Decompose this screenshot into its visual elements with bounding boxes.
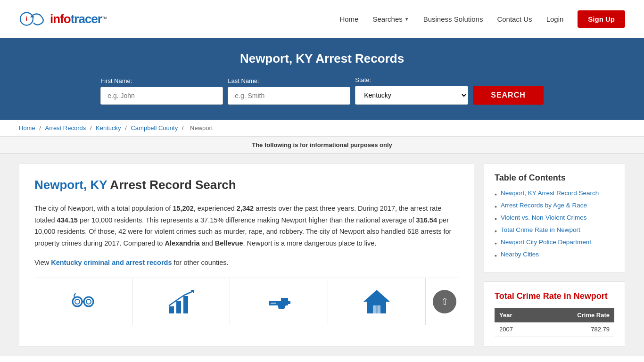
breadcrumb-sep2: / xyxy=(90,124,93,132)
icon-cell-gun xyxy=(230,278,328,325)
toc-item-3: ▪ Violent vs. Non-Violent Crimes xyxy=(495,214,614,222)
icons-row: ⇧ xyxy=(34,278,459,325)
col-year-header: Year xyxy=(495,308,537,322)
table-header-row: Year Crime Rate xyxy=(495,308,614,322)
article-intro: The city of Newport, with a total popula… xyxy=(34,203,459,249)
svg-rect-12 xyxy=(271,303,276,304)
state-label: State: xyxy=(355,76,371,83)
svg-rect-15 xyxy=(376,305,378,313)
handcuffs-icon xyxy=(69,288,97,316)
breadcrumb-kentucky[interactable]: Kentucky xyxy=(96,124,121,132)
table-row: 2007 782.79 xyxy=(495,322,614,337)
svg-rect-9 xyxy=(176,301,181,313)
svg-point-4 xyxy=(84,297,93,306)
view-records-text: View Kentucky criminal and arrest record… xyxy=(34,259,459,266)
logo-area: i infotracer™ xyxy=(19,5,107,33)
toc-list: ▪ Newport, KY Arrest Record Search ▪ Arr… xyxy=(495,189,614,259)
breadcrumb-arrest-records[interactable]: Arrest Records xyxy=(45,124,86,132)
breadcrumb-home[interactable]: Home xyxy=(19,124,35,132)
search-button[interactable]: SEARCH xyxy=(473,86,544,105)
chart-icon xyxy=(167,288,195,316)
toc-item-2: ▪ Arrest Records by Age & Race xyxy=(495,202,614,210)
article-body-4: per 10,000 residents. This represents a … xyxy=(78,216,416,224)
toc-item-1: ▪ Newport, KY Arrest Record Search xyxy=(495,189,614,198)
toc-item-5: ▪ Newport City Police Department xyxy=(495,239,614,247)
toc-link-6[interactable]: Nearby Cities xyxy=(501,251,539,258)
article-title-highlight: Newport, KY xyxy=(34,178,107,192)
search-form: First Name: Last Name: State: Kentucky A… xyxy=(63,76,581,105)
article-title: Newport, KY Arrest Record Search xyxy=(34,178,459,192)
toc-item-6: ▪ Nearby Cities xyxy=(495,251,614,259)
svg-rect-10 xyxy=(183,296,188,313)
logo-icon: i xyxy=(19,5,47,33)
toc-link-2[interactable]: Arrest Records by Age & Race xyxy=(501,202,587,209)
nav-searches[interactable]: Searches ▼ xyxy=(372,15,409,23)
svg-rect-8 xyxy=(169,306,174,313)
toc-bullet-4: ▪ xyxy=(495,227,497,235)
breadcrumb-sep1: / xyxy=(39,124,42,132)
breadcrumb: Home / Arrest Records / Kentucky / Campb… xyxy=(0,120,644,137)
article-body-1: The city of Newport, with a total popula… xyxy=(34,205,173,212)
toc-link-5[interactable]: Newport City Police Department xyxy=(501,239,591,246)
login-button[interactable]: Login xyxy=(546,15,564,23)
toc-link-4[interactable]: Total Crime Rate in Newport xyxy=(501,226,580,233)
last-name-group: Last Name: xyxy=(228,77,350,105)
house-icon xyxy=(363,288,391,316)
article-body-2: , experienced xyxy=(194,205,237,212)
crime-rate-title: Total Crime Rate in Newport xyxy=(495,291,614,301)
nav-business-solutions[interactable]: Business Solutions xyxy=(423,15,483,23)
state-group: State: Kentucky Alabama Alaska Arizona C… xyxy=(355,76,468,105)
toc-bullet-2: ▪ xyxy=(495,203,497,210)
toc-bullet-6: ▪ xyxy=(495,252,497,259)
state-select[interactable]: Kentucky Alabama Alaska Arizona Californ… xyxy=(355,86,468,105)
arrests-value: 2,342 xyxy=(237,205,254,212)
breadcrumb-campbell-county[interactable]: Campbell County xyxy=(131,124,178,132)
hero-title: Newport, KY Arrest Records xyxy=(19,51,625,66)
kentucky-records-link[interactable]: Kentucky criminal and arrest records xyxy=(51,259,172,266)
crime-rate-box: Total Crime Rate in Newport Year Crime R… xyxy=(484,281,625,346)
first-name-group: First Name: xyxy=(100,77,223,105)
national-avg-value: 316.54 xyxy=(416,216,437,224)
view-records-prefix: View xyxy=(34,259,51,266)
article: Newport, KY Arrest Record Search The cit… xyxy=(19,163,474,346)
svg-text:i: i xyxy=(26,16,27,22)
toc-bullet-1: ▪ xyxy=(495,190,497,198)
population-value: 15,202 xyxy=(173,205,193,212)
nav-contact-us[interactable]: Contact Us xyxy=(497,15,532,23)
toc-bullet-5: ▪ xyxy=(495,239,497,247)
toc-item-4: ▪ Total Crime Rate in Newport xyxy=(495,226,614,235)
icon-cell-house xyxy=(328,278,426,325)
icon-cell-chart xyxy=(132,278,231,325)
svg-point-6 xyxy=(75,299,80,304)
cell-rate: 782.79 xyxy=(537,322,614,337)
gun-icon xyxy=(264,288,293,316)
last-name-input[interactable] xyxy=(228,87,350,105)
svg-point-7 xyxy=(86,299,91,304)
toc-link-1[interactable]: Newport, KY Arrest Record Search xyxy=(501,189,599,197)
toc-box: Table of Contents ▪ Newport, KY Arrest R… xyxy=(484,163,625,273)
toc-title: Table of Contents xyxy=(495,173,614,183)
col-rate-header: Crime Rate xyxy=(537,308,614,322)
first-name-input[interactable] xyxy=(100,87,223,105)
breadcrumb-sep3: / xyxy=(125,124,128,132)
last-name-label: Last Name: xyxy=(228,77,259,84)
nav-home[interactable]: Home xyxy=(339,15,358,23)
main-content: Newport, KY Arrest Record Search The cit… xyxy=(0,154,644,356)
city2-value: Bellevue xyxy=(215,239,243,247)
toc-bullet-3: ▪ xyxy=(495,215,497,222)
signup-button[interactable]: Sign Up xyxy=(578,10,625,28)
header: i infotracer™ Home Searches ▼ Business S… xyxy=(0,0,644,38)
hero-section: Newport, KY Arrest Records First Name: L… xyxy=(0,38,644,120)
cell-year: 2007 xyxy=(495,322,537,337)
logo-wordmark: infotracer™ xyxy=(50,12,107,26)
scroll-top-button[interactable]: ⇧ xyxy=(433,290,456,313)
main-nav: Home Searches ▼ Business Solutions Conta… xyxy=(339,10,625,28)
toc-link-3[interactable]: Violent vs. Non-Violent Crimes xyxy=(501,214,587,221)
rate-value: 434.15 xyxy=(57,216,78,224)
first-name-label: First Name: xyxy=(100,77,132,84)
informational-notice: The following is for informational purpo… xyxy=(0,137,644,154)
icon-cell-arrests xyxy=(34,278,132,325)
article-body-6: and xyxy=(200,239,215,247)
sidebar: Table of Contents ▪ Newport, KY Arrest R… xyxy=(484,163,625,346)
crime-rate-table: Year Crime Rate 2007 782.79 xyxy=(495,308,614,337)
